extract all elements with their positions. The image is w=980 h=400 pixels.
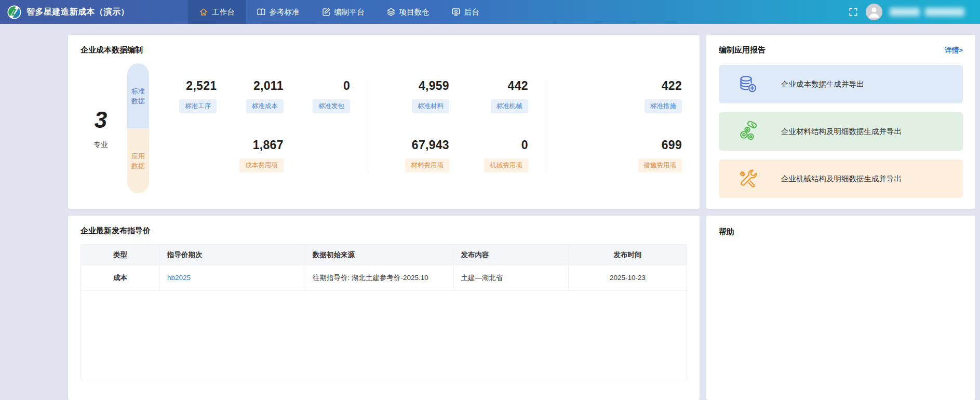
app-logo-icon [7,5,21,19]
stat-value: 4,959 [419,79,449,93]
stat-chip-standard-cost[interactable]: 标准成本 [246,99,284,113]
stat-value: 2,011 [253,79,284,93]
guide-price-table: 类型 指导价期次 数据初始来源 发布内容 发布时间 成本 hb2025 往期指导… [80,244,687,380]
report-card-label: 企业成本数据生成并导出 [781,79,864,89]
stat-value: 1,867 [253,138,284,152]
table-empty-area [81,291,687,380]
stat-chip-machine-fee-items[interactable]: 机械费用项 [484,158,528,172]
nav-item-label: 参考标准 [270,7,300,17]
username-redacted [890,8,920,16]
report-card-machine-export[interactable]: 企业机械结构及明细数据生成并导出 [719,159,963,198]
book-icon [257,7,266,17]
report-card-label: 企业材料结构及明细数据生成并导出 [781,127,902,137]
profession-label: 专业 [80,140,121,150]
stat-value: 442 [508,79,528,93]
stat-standard-machine: 442 标准机械 [465,79,528,113]
tab-applied-data[interactable]: 应用数据 [127,128,149,193]
app-title: 智多星建造新成本（演示） [26,7,129,18]
fullscreen-icon[interactable] [848,7,858,17]
stat-chip-standard-contract[interactable]: 标准发包 [313,99,350,113]
tools-icon [737,168,758,189]
stat-value: 699 [662,138,682,152]
col-header-content: 发布内容 [453,245,569,265]
report-card-material-export[interactable]: 企业材料结构及明细数据生成并导出 [719,112,963,151]
cost-panel-body: 3 专业 标准数据 应用数据 2,521 标准工序 2,011 [80,58,687,193]
content-area: 企业成本数据编制 3 专业 标准数据 应用数据 2,521 标准工序 [0,24,980,400]
stat-chip-standard-machine[interactable]: 标准机械 [491,99,528,113]
col-header-period: 指导价期次 [160,245,305,265]
profession-count-block: 3 专业 [80,107,121,193]
stat-standard-contract: 0 标准发包 [299,79,350,113]
report-cards: 企业成本数据生成并导出 企业材料结构及明细数据生成并导出 [719,65,963,198]
home-icon [199,7,208,17]
table-row: 成本 hb2025 往期指导价: 湖北土建参考价-2025.10 土建—湖北省 … [81,265,687,290]
app-root: 智多星建造新成本（演示） 工作台 参考标准 编制平台 [0,0,980,400]
stat-material-fee-items: 67,943 材料费用项 [386,138,449,172]
compose-icon [321,7,331,17]
materials-icon [737,121,758,142]
main-nav: 工作台 参考标准 编制平台 项目数仓 [188,0,490,24]
report-panel: 编制应用报告 详情> [706,35,975,209]
report-detail-link[interactable]: 详情> [945,46,963,55]
stat-chip-cost-fee-items[interactable]: 成本费用项 [239,158,284,172]
stat-measure-fee-items: 699 措施费用项 [564,138,682,172]
stats-group-cost: 2,521 标准工序 2,011 标准成本 0 标准发包 1,867 [164,79,368,172]
stat-standard-process: 2,521 标准工序 [166,79,217,113]
profession-count: 3 [80,107,121,133]
nav-item-reference-standard[interactable]: 参考标准 [246,0,311,24]
stat-standard-cost: 2,011 标准成本 [232,79,283,113]
nav-item-label: 编制平台 [334,7,365,17]
stat-chip-standard-process[interactable]: 标准工序 [179,99,217,113]
nav-item-compile-platform[interactable]: 编制平台 [311,0,375,24]
stat-standard-measure: 422 标准措施 [564,79,682,113]
guide-period-link[interactable]: hb2025 [167,274,191,282]
table-header-row: 类型 指导价期次 数据初始来源 发布内容 发布时间 [81,245,687,265]
help-panel: 帮助 [706,216,975,400]
brand: 智多星建造新成本（演示） [0,5,156,19]
stat-chip-material-fee-items[interactable]: 材料费用项 [405,158,449,172]
layers-icon [386,7,396,17]
person-icon [866,4,882,20]
col-header-date: 发布时间 [569,245,687,265]
stat-value: 67,943 [412,138,449,152]
navbar-right [848,4,980,20]
report-panel-header: 编制应用报告 详情> [719,45,963,55]
nav-item-project-warehouse[interactable]: 项目数仓 [375,0,440,24]
stat-chip-measure-fee-items[interactable]: 措施费用项 [638,158,682,172]
report-panel-title: 编制应用报告 [719,45,766,55]
stat-value: 0 [343,79,350,93]
stat-cost-fee-items: 1,867 成本费用项 [232,138,283,172]
help-panel-title: 帮助 [719,227,963,237]
report-card-cost-export[interactable]: 企业成本数据生成并导出 [719,65,963,103]
stat-chip-standard-measure[interactable]: 标准措施 [645,99,682,113]
tab-standard-data[interactable]: 标准数据 [127,63,149,128]
data-type-tabs: 标准数据 应用数据 [127,63,149,193]
stat-standard-material: 4,959 标准材料 [386,79,449,113]
stat-value: 422 [662,79,682,93]
avatar[interactable] [866,4,882,20]
stat-value: 0 [521,138,528,152]
col-header-source: 数据初始来源 [305,245,453,265]
monitor-icon [451,7,461,17]
stats-area: 2,521 标准工序 2,011 标准成本 0 标准发包 1,867 [164,79,687,193]
stat-value: 2,521 [186,79,217,93]
cell-content: 土建—湖北省 [453,265,569,290]
report-card-label: 企业机械结构及明细数据生成并导出 [781,174,902,184]
nav-item-workbench[interactable]: 工作台 [188,0,246,24]
stat-machine-fee-items: 0 机械费用项 [465,138,528,172]
nav-item-label: 后台 [464,7,479,17]
top-navbar: 智多星建造新成本（演示） 工作台 参考标准 编制平台 [0,0,980,24]
col-header-type: 类型 [81,245,160,265]
cost-data-panel: 企业成本数据编制 3 专业 标准数据 应用数据 2,521 标准工序 [68,35,700,209]
username-redacted [925,8,964,16]
cell-source: 往期指导价: 湖北土建参考价-2025.10 [305,265,453,290]
cell-date: 2025-10-23 [569,265,687,290]
nav-item-backend[interactable]: 后台 [440,0,490,24]
stats-group-material-machine: 4,959 标准材料 442 标准机械 67,943 材料费用项 0 [368,79,546,172]
guide-price-panel: 企业最新发布指导价 类型 指导价期次 数据初始来源 发布内容 发布时间 [68,216,700,400]
stats-group-measure: 422 标准措施 699 措施费用项 [546,79,687,172]
guide-price-title: 企业最新发布指导价 [80,226,687,236]
database-icon [737,74,758,95]
stat-chip-standard-material[interactable]: 标准材料 [412,99,449,113]
cost-panel-title: 企业成本数据编制 [80,45,687,55]
